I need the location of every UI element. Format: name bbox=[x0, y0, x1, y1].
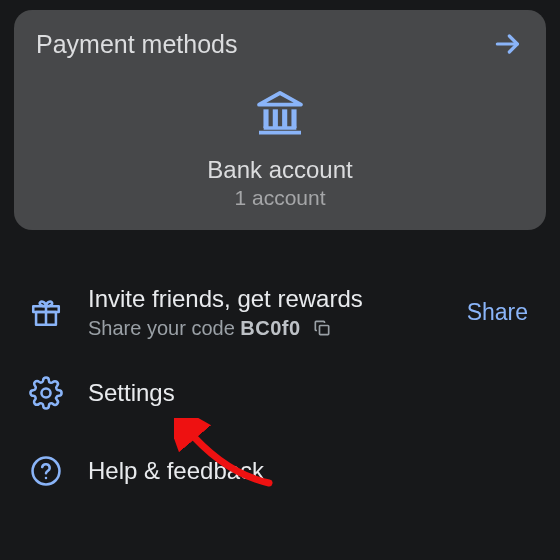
invite-subtitle: Share your code BC0f0 bbox=[88, 317, 467, 340]
bank-account-label: Bank account bbox=[207, 156, 352, 184]
svg-point-12 bbox=[41, 388, 50, 397]
svg-point-14 bbox=[45, 477, 48, 480]
help-feedback-row[interactable]: Help & feedback bbox=[0, 432, 560, 510]
payment-methods-card[interactable]: Payment methods Bank account 1 account bbox=[14, 10, 546, 230]
gift-icon bbox=[26, 295, 66, 329]
bank-icon bbox=[252, 86, 308, 142]
invite-friends-row[interactable]: Invite friends, get rewards Share your c… bbox=[0, 270, 560, 354]
invite-sub-prefix: Share your code bbox=[88, 317, 240, 339]
settings-row[interactable]: Settings bbox=[0, 354, 560, 432]
gear-icon bbox=[26, 376, 66, 410]
svg-marker-1 bbox=[259, 93, 301, 105]
help-label: Help & feedback bbox=[88, 457, 534, 485]
bank-account-item[interactable]: Bank account 1 account bbox=[36, 86, 524, 210]
copy-icon[interactable] bbox=[306, 317, 332, 339]
bank-account-count: 1 account bbox=[234, 186, 325, 210]
payment-methods-title: Payment methods bbox=[36, 30, 238, 59]
svg-rect-11 bbox=[320, 325, 329, 334]
settings-label: Settings bbox=[88, 379, 534, 407]
invite-title: Invite friends, get rewards bbox=[88, 285, 467, 313]
arrow-right-icon[interactable] bbox=[492, 28, 524, 60]
help-icon bbox=[26, 454, 66, 488]
share-button[interactable]: Share bbox=[467, 299, 534, 326]
card-header: Payment methods bbox=[36, 28, 524, 60]
menu: Invite friends, get rewards Share your c… bbox=[0, 270, 560, 510]
invite-code: BC0f0 bbox=[240, 317, 300, 339]
